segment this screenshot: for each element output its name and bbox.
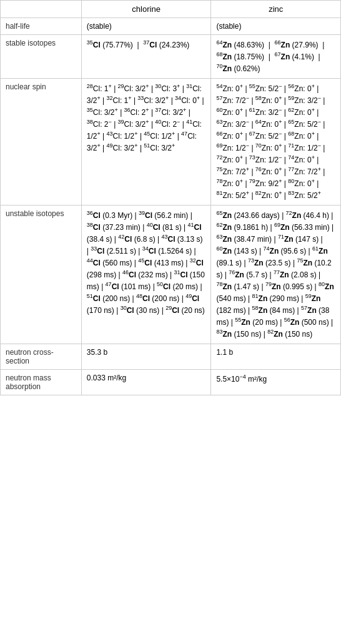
zinc-unstable-isotopes: 65Zn (243.66 days) | 72Zn (46.4 h) | 62Z… [211, 206, 341, 344]
label-half-life: half-life [1, 18, 82, 35]
chlorine-neutron-cross-section: 35.3 b [81, 344, 211, 370]
chlorine-stable-isotopes: 35Cl (75.77%) | 37Cl (24.23%) [81, 35, 211, 79]
label-unstable-isotopes: unstable isotopes [1, 206, 82, 344]
label-nuclear-spin: nuclear spin [1, 79, 82, 206]
zinc-half-life: (stable) [211, 18, 341, 35]
header-label-col [1, 1, 82, 18]
chlorine-half-life: (stable) [81, 18, 211, 35]
zinc-nuclear-spin: 54Zn: 0+ | 55Zn: 5/2− | 56Zn: 0+ | 57Zn:… [211, 79, 341, 206]
row-stable-isotopes: stable isotopes 35Cl (75.77%) | 37Cl (24… [1, 35, 341, 79]
label-stable-isotopes: stable isotopes [1, 35, 82, 79]
row-nuclear-spin: nuclear spin 28Cl: 1+ | 29Cl: 3/2+ | 30C… [1, 79, 341, 206]
label-neutron-cross-section: neutron cross-section [1, 344, 82, 370]
chlorine-neutron-mass-absorption: 0.033 m²/kg [81, 370, 211, 395]
label-neutron-mass-absorption: neutron mass absorption [1, 370, 82, 395]
chlorine-unstable-isotopes: 36Cl (0.3 Myr) | 39Cl (56.2 min) | 38Cl … [81, 206, 211, 344]
row-neutron-cross-section: neutron cross-section 35.3 b 1.1 b [1, 344, 341, 370]
zinc-stable-isotopes: 64Zn (48.63%) | 66Zn (27.9%) | 68Zn (18.… [211, 35, 341, 79]
row-half-life: half-life (stable) (stable) [1, 18, 341, 35]
header-chlorine: chlorine [81, 1, 211, 18]
row-unstable-isotopes: unstable isotopes 36Cl (0.3 Myr) | 39Cl … [1, 206, 341, 344]
header-zinc: zinc [211, 1, 341, 18]
zinc-neutron-mass-absorption: 5.5×10−4 m²/kg [211, 370, 341, 395]
zinc-neutron-cross-section: 1.1 b [211, 344, 341, 370]
row-neutron-mass-absorption: neutron mass absorption 0.033 m²/kg 5.5×… [1, 370, 341, 395]
chlorine-nuclear-spin: 28Cl: 1+ | 29Cl: 3/2+ | 30Cl: 3+ | 31Cl:… [81, 79, 211, 206]
